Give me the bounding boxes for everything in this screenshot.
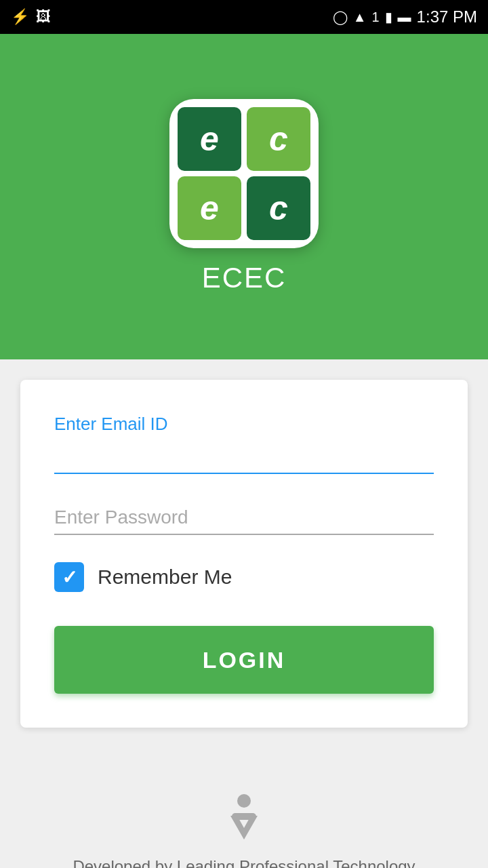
status-time: 1:37 PM [417,7,477,26]
app-title: ECEC [202,262,287,294]
remember-me-row: ✓ Remember Me [54,562,434,592]
wifi-icon: ▲ [353,9,367,25]
app-logo: e c e c [169,99,319,248]
email-input[interactable] [54,440,434,474]
password-input[interactable] [54,501,434,535]
checkmark-icon: ✓ [62,566,77,589]
logo-center-dot [238,167,250,180]
status-right-icons: ◯ ▲ 1 ▮ ▬ 1:37 PM [333,7,477,26]
signal-icon: ▮ [385,9,392,25]
footer-line1: Developed by Leading Professional Techno… [73,854,415,868]
network-icon: ▬ [398,9,411,25]
alarm-icon: ◯ [333,9,348,25]
svg-point-0 [237,794,251,808]
developer-logo [217,789,271,843]
logo-cell-bottom-right: c [247,176,310,240]
image-icon: 🖼 [36,8,51,26]
remember-me-checkbox[interactable]: ✓ [54,562,84,592]
status-bar: ⚡ 🖼 ◯ ▲ 1 ▮ ▬ 1:37 PM [0,0,488,34]
footer-section: Developed by Leading Professional Techno… [0,768,488,868]
usb-icon: ⚡ [11,8,29,26]
remember-me-label: Remember Me [98,566,232,589]
header-section: e c e c ECEC [0,34,488,359]
status-left-icons: ⚡ 🖼 [11,8,51,26]
logo-cell-bottom-left: e [178,176,241,240]
login-card: Enter Email ID ✓ Remember Me LOGIN [20,380,468,728]
password-group [54,501,434,535]
email-label: Enter Email ID [54,414,434,435]
logo-cell-top-right: c [247,107,310,171]
main-content: Enter Email ID ✓ Remember Me LOGIN [0,359,488,768]
svg-rect-2 [232,813,256,820]
email-group: Enter Email ID [54,414,434,474]
logo-cell-top-left: e [178,107,241,171]
sim-icon: 1 [371,9,379,25]
footer-text: Developed by Leading Professional Techno… [73,854,415,868]
login-button[interactable]: LOGIN [54,626,434,694]
